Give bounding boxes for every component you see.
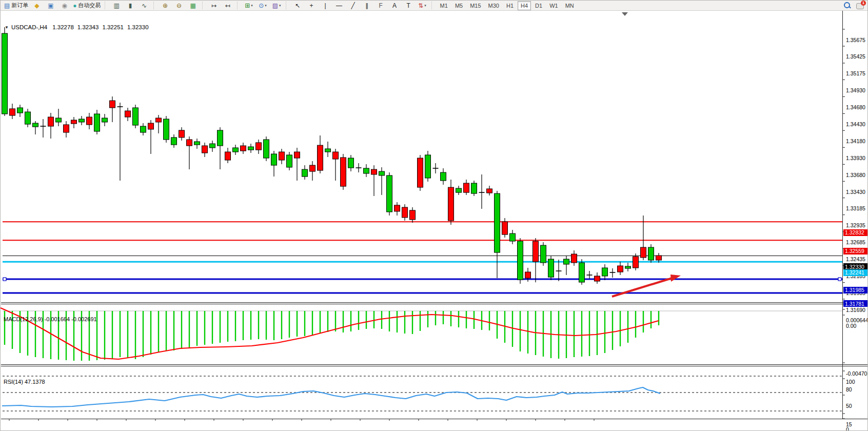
vertical-line-button[interactable]: |: [319, 1, 332, 10]
candle-body: [133, 108, 139, 125]
trendline-button[interactable]: ╱: [347, 1, 360, 10]
price-tick-label: 1.32685: [846, 239, 865, 245]
candle-body: [102, 118, 108, 122]
timeframe-button-h1[interactable]: H1: [503, 1, 517, 10]
chart-symbol-label: USDCAD-,H4: [11, 24, 47, 30]
text-icon: A: [392, 3, 397, 9]
price-tick-label: 1.33930: [846, 155, 865, 161]
line-drag-handle[interactable]: [838, 278, 841, 281]
auto-scroll-button[interactable]: ↦: [208, 1, 221, 10]
bar-chart-icon: ▥: [113, 3, 119, 9]
templates-icon: ▨: [272, 3, 278, 9]
candle-body: [271, 154, 277, 165]
candle-body: [648, 247, 654, 260]
candle-body: [341, 158, 346, 186]
channel-button[interactable]: ∥: [361, 1, 373, 10]
macd-indicator-label: MACD(12,26,9) -0.001664 -0.002691: [4, 316, 97, 322]
candle-body: [633, 257, 639, 268]
chevron-down-icon: ▾: [265, 4, 267, 7]
candle-body: [495, 193, 500, 252]
new-order-button[interactable]: ▤新订单: [3, 1, 29, 10]
zoom-out-button[interactable]: ⊖: [173, 1, 186, 10]
profiles-icon: ◆: [34, 3, 39, 9]
rsi-line: [2, 387, 660, 407]
candle-body: [625, 266, 631, 268]
auto-trading-button[interactable]: ●自动交易: [72, 1, 102, 10]
indicators-button[interactable]: ⊞▾: [243, 1, 255, 10]
arrows-button[interactable]: ⇅▾: [416, 1, 429, 10]
arrow-object-head[interactable]: [670, 275, 681, 282]
tile-windows-button[interactable]: ▦: [187, 1, 200, 10]
candle-body: [187, 140, 192, 146]
profiles-button[interactable]: ◆: [30, 1, 43, 10]
candle-body: [502, 222, 508, 234]
candle-body: [518, 241, 523, 280]
timeframe-button-m15[interactable]: M15: [467, 1, 484, 10]
candle-body: [279, 152, 285, 160]
candle-body: [487, 189, 492, 193]
terminal-button[interactable]: ▣: [44, 1, 57, 10]
fibonacci-button[interactable]: F: [374, 1, 387, 10]
candle-body: [141, 126, 146, 132]
horizontal-line-button[interactable]: —: [333, 1, 346, 10]
timeframe-button-m5[interactable]: M5: [452, 1, 466, 10]
candle-body: [148, 123, 154, 129]
price-tick-label: 1.35675: [846, 37, 865, 43]
candle-chart-button[interactable]: ▮: [124, 1, 137, 10]
candle-body: [456, 188, 462, 192]
toolbar-right-icons: 1: [843, 2, 865, 10]
crosshair-button[interactable]: +: [305, 1, 318, 10]
arrow-object-shaft[interactable]: [612, 278, 672, 297]
price-tick-label: 1.34930: [846, 87, 865, 93]
candle-body: [579, 263, 585, 282]
crosshair-icon: +: [310, 3, 313, 9]
signals-button[interactable]: ◉: [58, 1, 71, 10]
price-tick-label: 1.31690: [846, 307, 865, 313]
timeframe-button-w1[interactable]: W1: [546, 1, 561, 10]
timeframe-button-h4[interactable]: H4: [518, 1, 531, 10]
price-tick-label: 1.34180: [846, 138, 865, 144]
ohlc-high: 1.32343: [77, 24, 99, 30]
candle-body: [94, 114, 100, 131]
candle-body: [533, 241, 539, 262]
candle-body: [325, 149, 331, 152]
chevron-down-icon: ▾: [279, 4, 281, 7]
label-button[interactable]: T: [402, 1, 415, 10]
candle-body: [17, 108, 23, 113]
candle-body: [171, 138, 177, 145]
candle-body: [48, 117, 54, 126]
line-chart-button[interactable]: ∿: [138, 1, 151, 10]
candle-body: [364, 168, 369, 173]
timeframe-button-mn[interactable]: MN: [562, 1, 577, 10]
symbol-dropdown-icon[interactable]: ▼: [5, 25, 9, 30]
auto-trading-button-label: 自动交易: [78, 3, 101, 8]
chart-window: ▼ USDCAD-,H4 1.32278 1.32343 1.32251 1.3…: [1, 11, 868, 429]
templates-button[interactable]: ▨▾: [270, 1, 283, 10]
periods-button[interactable]: ⊙▾: [257, 1, 269, 10]
price-tick-label: 1.33185: [846, 205, 865, 211]
timeframe-button-m30[interactable]: M30: [485, 1, 502, 10]
bar-chart-button[interactable]: ▥: [110, 1, 123, 10]
zoom-in-icon: ⊕: [163, 3, 168, 9]
price-tick-label: 1.32435: [846, 256, 865, 262]
candle-body: [448, 187, 454, 221]
zoom-in-button[interactable]: ⊕: [159, 1, 172, 10]
cursor-button[interactable]: ↖: [291, 1, 304, 10]
line-drag-handle[interactable]: [3, 278, 6, 281]
candle-body: [510, 233, 516, 241]
timeframe-button-m1[interactable]: M1: [437, 1, 451, 10]
chart-shift-marker[interactable]: [622, 12, 628, 16]
search-icon[interactable]: [843, 2, 851, 9]
notifications-button[interactable]: 1: [856, 2, 865, 10]
tile-windows-icon: ▦: [190, 3, 195, 9]
chart-title: ▼ USDCAD-,H4 1.32278 1.32343 1.32251 1.3…: [5, 24, 152, 30]
candle-body: [10, 109, 15, 115]
candle-body: [110, 101, 115, 108]
chart-shift-button[interactable]: ↤: [222, 1, 234, 10]
timeframe-button-d1[interactable]: D1: [532, 1, 545, 10]
price-tick-label: 1.34430: [846, 121, 865, 127]
candle-body: [248, 147, 254, 150]
candle-body: [225, 152, 231, 160]
text-button[interactable]: A: [388, 1, 401, 10]
candle-body: [294, 152, 300, 158]
